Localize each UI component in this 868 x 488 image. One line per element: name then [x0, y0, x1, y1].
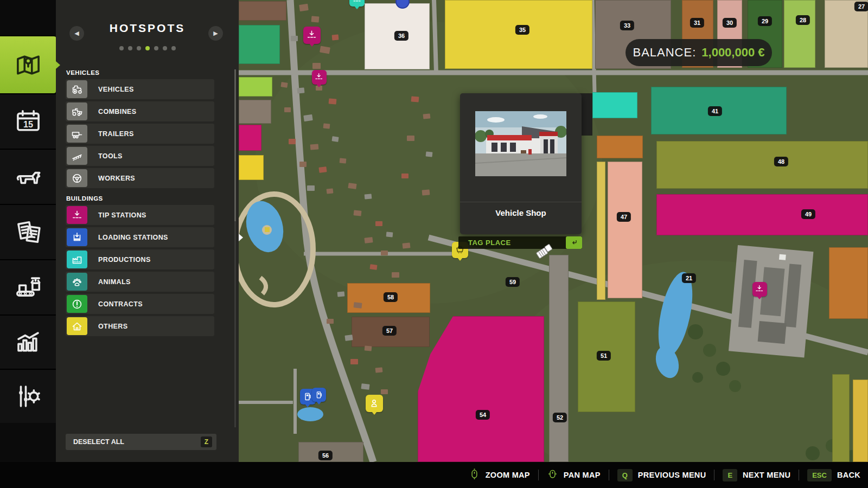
hotspot-filter-vehicles[interactable]: VEHICLES — [66, 79, 214, 99]
tooltip-divider — [460, 202, 582, 202]
panel-scrollbar[interactable] — [234, 69, 236, 427]
village-house — [375, 367, 383, 373]
field-patch[interactable] — [239, 25, 280, 64]
village-house — [364, 237, 373, 243]
cow-icon — [14, 162, 43, 191]
balance-value: 1,000,000 € — [701, 46, 764, 60]
village-house — [299, 4, 309, 11]
nav-item-statistics[interactable] — [0, 314, 56, 369]
field-patch[interactable] — [239, 100, 271, 124]
village-house — [381, 389, 388, 394]
field-patch[interactable] — [832, 374, 850, 462]
hotkey-previous-menu[interactable]: QPREVIOUS MENU — [617, 469, 706, 481]
field-patch[interactable] — [239, 125, 261, 151]
field-patch[interactable] — [239, 155, 264, 180]
hotspot-filter-trailers[interactable]: TRAILERS — [66, 124, 214, 144]
field-patch[interactable] — [239, 77, 272, 97]
field-patch[interactable] — [597, 162, 605, 300]
village-house — [354, 210, 362, 216]
hotspot-filter-combines[interactable]: COMBINES — [66, 101, 214, 121]
tip-station-marker[interactable] — [752, 282, 767, 297]
field-number-badge: 30 — [723, 18, 737, 28]
fuel-station-marker[interactable] — [312, 388, 326, 402]
nav-item-settings[interactable] — [0, 369, 56, 423]
panel-collapse-arrow[interactable] — [239, 234, 243, 241]
hotkey-back[interactable]: ESCBACK — [807, 469, 860, 481]
tooltip-title: Vehicle Shop — [460, 208, 582, 217]
vehicle-shop-photo — [475, 111, 566, 176]
village-house — [375, 221, 382, 226]
field-number-badge: 56 — [318, 451, 333, 460]
nav-item-calendar[interactable]: 15 — [0, 93, 56, 149]
village-house — [423, 113, 431, 119]
hotspot-filter-animals[interactable]: ANIMALS — [66, 272, 214, 292]
field-number-badge: 51 — [597, 351, 611, 361]
field-28[interactable] — [784, 0, 815, 68]
hotkey-label: PREVIOUS MENU — [638, 471, 706, 479]
village-house — [310, 144, 319, 150]
hotspot-filter-label: TRAILERS — [98, 130, 134, 138]
village-house — [403, 242, 411, 248]
key-badge-e: E — [723, 469, 737, 481]
hotspot-filter-loading-stations[interactable]: LOADING STATIONS — [66, 227, 214, 247]
production-marker[interactable] — [349, 0, 365, 7]
field-patch[interactable] — [829, 247, 868, 319]
nav-item-map[interactable] — [0, 35, 56, 93]
hotspot-filter-label: LOADING STATIONS — [98, 234, 168, 241]
village-house — [337, 291, 345, 297]
section-label: BUILDINGS — [66, 195, 103, 202]
field-number-badge: 54 — [476, 410, 490, 420]
field-48[interactable] — [656, 141, 868, 189]
field-49[interactable] — [656, 194, 868, 235]
page-dot — [154, 46, 158, 50]
field-number-badge: 58 — [384, 292, 398, 302]
village-house — [307, 185, 315, 191]
field-patch[interactable] — [239, 1, 286, 21]
tip-station-marker[interactable] — [303, 27, 321, 44]
svg-text:15: 15 — [23, 119, 33, 129]
village-house — [361, 383, 369, 390]
field-number-badge: 52 — [553, 413, 567, 422]
field-number-badge: 35 — [515, 25, 529, 35]
hotspot-filter-others[interactable]: OTHERS — [66, 316, 214, 336]
hotspot-filter-tools[interactable]: TOOLS — [66, 146, 214, 166]
field-patch[interactable] — [592, 92, 637, 118]
field-47[interactable] — [608, 162, 642, 298]
field-52[interactable] — [549, 255, 569, 462]
tip-station-marker[interactable] — [312, 70, 327, 85]
village-house — [350, 359, 358, 364]
next-page-button[interactable]: ▶ — [208, 26, 223, 41]
field-number-badge: 57 — [382, 326, 397, 336]
nav-item-production[interactable] — [0, 259, 56, 314]
page-dot — [137, 46, 141, 50]
nav-item-animals[interactable] — [0, 149, 56, 204]
deselect-all-button[interactable]: DESELECT ALL Z — [66, 434, 216, 450]
hotkey-pan-map[interactable]: PAN MAP — [547, 468, 601, 482]
worker-marker[interactable] — [366, 395, 383, 412]
plow-icon — [67, 147, 87, 165]
map-icon — [14, 50, 43, 80]
field-patch[interactable] — [597, 136, 643, 158]
game-screen: 15 ◀ HOTSPOTS ▶ VEHICLESVEHICLESCOMBINES… — [0, 0, 868, 488]
field-patch[interactable] — [853, 380, 868, 462]
field-number-badge: 27 — [854, 2, 868, 11]
village-house — [331, 136, 339, 142]
village-house — [422, 189, 430, 195]
nav-item-contracts[interactable] — [0, 204, 56, 259]
hotkey-label: ZOOM MAP — [486, 471, 530, 479]
hotkey-next-menu[interactable]: ENEXT MENU — [723, 469, 790, 481]
village-house — [289, 139, 296, 144]
conveyor-icon — [14, 273, 43, 302]
hotspot-filter-tip-stations[interactable]: TIP STATIONS — [66, 205, 214, 225]
hotspot-filter-productions[interactable]: PRODUCTIONS — [66, 249, 214, 269]
tag-place-button[interactable] — [566, 236, 582, 249]
map-view[interactable]: 3635333130292827414849475152545857562159… — [239, 0, 868, 462]
hotspot-filter-contracts[interactable]: CONTRACTS — [66, 294, 214, 314]
hotkey-zoom-map[interactable]: ZOOM MAP — [469, 468, 530, 482]
hotspot-filter-workers[interactable]: WORKERS — [66, 168, 214, 188]
village-house — [365, 345, 372, 351]
village-house — [411, 96, 419, 102]
village-house — [299, 162, 307, 167]
left-nav: 15 — [0, 0, 56, 462]
page-dot — [171, 46, 176, 50]
